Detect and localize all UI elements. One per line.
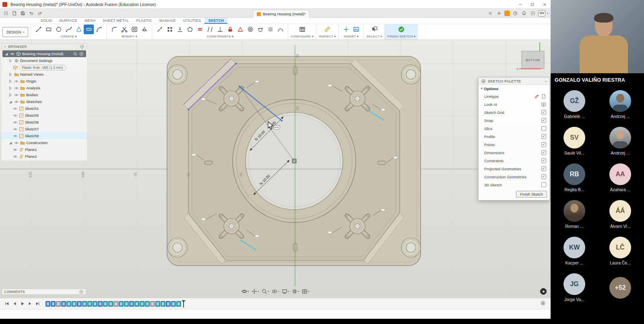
eye-icon[interactable]	[14, 79, 19, 84]
play-button[interactable]	[19, 300, 26, 307]
radio-icon[interactable]	[79, 52, 84, 56]
triangle-constraint-icon[interactable]	[235, 25, 245, 34]
slot-tool-icon[interactable]	[84, 25, 94, 34]
toolbar-group-label[interactable]: SELECT ▾	[366, 35, 382, 38]
toolbar-group-label[interactable]: CONSTRAINTS ▾	[207, 35, 233, 38]
fix-constraint-icon[interactable]	[225, 25, 235, 34]
ribbon-tab-sketch[interactable]: SKETCH	[204, 18, 227, 24]
points-checkbox[interactable]: ✓	[541, 142, 546, 147]
nav-viewport-button[interactable]: ▾	[301, 288, 310, 295]
minimize-button[interactable]	[514, 0, 526, 8]
timeline-feature-icon[interactable]	[161, 301, 165, 307]
browser-item-sketch5[interactable]: Sketch5	[2, 112, 87, 119]
timeline-feature-icon[interactable]	[61, 301, 66, 307]
browser-item-origin[interactable]: Origin	[2, 78, 87, 85]
browser-item-analysis[interactable]: Analysis	[2, 85, 87, 91]
participant-tile-lvaro-vi[interactable]: ÁÁÁlvaro Vi...	[597, 196, 643, 233]
assistant-bubble-icon[interactable]	[540, 288, 547, 295]
rectangular-pattern-icon[interactable]	[165, 25, 175, 34]
snap-checkbox[interactable]: ✓	[541, 118, 546, 123]
nav-orbit-button[interactable]: ▾	[241, 288, 250, 295]
timeline-feature-icon[interactable]	[171, 301, 176, 307]
tri-exp-icon[interactable]	[4, 52, 9, 56]
plus-icon[interactable]	[495, 10, 503, 17]
curvature-constraint-icon[interactable]	[275, 25, 285, 34]
participant-tile-laura-e[interactable]: LČLaura Če...	[597, 233, 643, 269]
viewcube-face-label[interactable]: BOTTOM	[526, 58, 540, 62]
skip-start-button[interactable]	[3, 300, 11, 307]
sketch-dimension-icon[interactable]	[155, 25, 165, 34]
timeline-feature-icon[interactable]	[93, 301, 97, 307]
slice-checkbox[interactable]	[541, 126, 546, 131]
ribbon-tab-sheet-metal[interactable]: SHEET METAL	[99, 18, 132, 24]
sketch-grid-checkbox[interactable]: ✓	[541, 110, 546, 115]
eye-icon[interactable]	[14, 93, 19, 97]
timeline-feature-icon[interactable]	[124, 301, 129, 307]
timeline-feature-icon[interactable]	[98, 301, 103, 307]
presenter-video[interactable]	[551, 0, 644, 73]
tri-right-icon[interactable]	[8, 58, 13, 63]
timeline-feature-icon[interactable]	[66, 301, 71, 307]
browser-item-sketches[interactable]: Sketches	[2, 98, 87, 105]
browser-item-plane1[interactable]: Plane1	[2, 146, 87, 153]
toolbar-group-label[interactable]: INSPECT ▾	[319, 35, 336, 38]
polygon-icon[interactable]	[185, 25, 195, 34]
browser-item-sketch1[interactable]: Sketch1	[2, 105, 87, 112]
measure-icon[interactable]	[322, 25, 332, 34]
redo-icon[interactable]	[36, 10, 43, 17]
participant-tile-roman[interactable]: Roman ...	[551, 196, 597, 233]
search-icon[interactable]	[73, 52, 78, 56]
browser-item-bodies[interactable]: Bodies	[2, 91, 87, 98]
palette-options-header[interactable]: ▾ Options	[479, 85, 549, 92]
timeline-position-marker[interactable]	[183, 300, 184, 307]
browser-item-bearing-housing-metal[interactable]: Bearing Housing (metal)	[2, 50, 86, 57]
eye-icon[interactable]	[13, 147, 18, 152]
line-tool-icon[interactable]	[33, 25, 43, 34]
timeline-feature-icon[interactable]	[56, 301, 61, 307]
eye-icon[interactable]	[13, 154, 18, 159]
timeline-settings-gear-icon[interactable]	[540, 300, 547, 307]
timeline-feature-icon[interactable]	[129, 301, 134, 307]
nav-display-button[interactable]: ▾	[281, 288, 290, 295]
perpendicular-constraint-icon[interactable]	[215, 25, 225, 34]
grid9-icon[interactable]	[529, 10, 537, 17]
projected-geometries-checkbox[interactable]: ✓	[541, 166, 546, 171]
clock-icon[interactable]	[512, 10, 519, 17]
timeline-feature-icon[interactable]	[114, 301, 118, 307]
user-avatar[interactable]: GV	[538, 10, 545, 17]
eye-icon[interactable]	[13, 120, 18, 125]
timeline-feature-icon[interactable]	[72, 301, 76, 307]
rectangle-tool-icon[interactable]	[43, 25, 54, 34]
timeline-scroll-strip[interactable]	[0, 309, 551, 319]
participant-tile-azahara[interactable]: AAAzahara ...	[597, 159, 643, 196]
timeline-feature-icon[interactable]	[166, 301, 171, 307]
toolbar-group-label[interactable]: CREATE ▾	[61, 35, 77, 38]
timeline-feature-icon[interactable]	[45, 301, 50, 307]
symmetry-constraint-icon[interactable]	[265, 25, 275, 34]
eye-icon[interactable]	[14, 86, 19, 91]
save-icon[interactable]	[19, 10, 27, 17]
spline-tool-icon[interactable]	[64, 25, 74, 34]
participant-tile-regita-b[interactable]: RBRegita B...	[551, 159, 597, 196]
nav-pan-button[interactable]: ▾	[251, 288, 260, 295]
viewcube[interactable]: BOTTOM X	[516, 42, 544, 71]
toolbar-group-label[interactable]: MODIFY ▾	[122, 35, 137, 38]
radio-icon[interactable]	[80, 44, 85, 49]
comments-bar[interactable]: COMMENTS	[2, 289, 86, 295]
tri-right-icon[interactable]	[8, 79, 13, 84]
design-dropdown[interactable]: DESIGN ▾	[2, 27, 28, 37]
concentric-constraint-icon[interactable]	[245, 25, 255, 34]
timeline-feature-icon[interactable]	[87, 301, 92, 307]
fillet-tool-icon[interactable]	[109, 25, 119, 34]
select-cursor-icon[interactable]	[369, 25, 379, 34]
browser-item-sketch8[interactable]: Sketch8	[2, 132, 87, 139]
part-bearing-housing[interactable]	[167, 56, 421, 266]
timeline-feature-icon[interactable]	[103, 301, 108, 307]
parallel-constraint-icon[interactable]	[205, 25, 215, 34]
bell-icon[interactable]	[520, 10, 528, 17]
ribbon-tab-utilities[interactable]: UTILITIES	[180, 18, 205, 24]
timeline-feature-icon[interactable]	[51, 301, 56, 307]
ribbon-tab-mesh[interactable]: MESH	[81, 18, 99, 24]
browser-header[interactable]: « BROWSER	[2, 43, 87, 50]
tri-right-icon[interactable]	[8, 93, 13, 97]
